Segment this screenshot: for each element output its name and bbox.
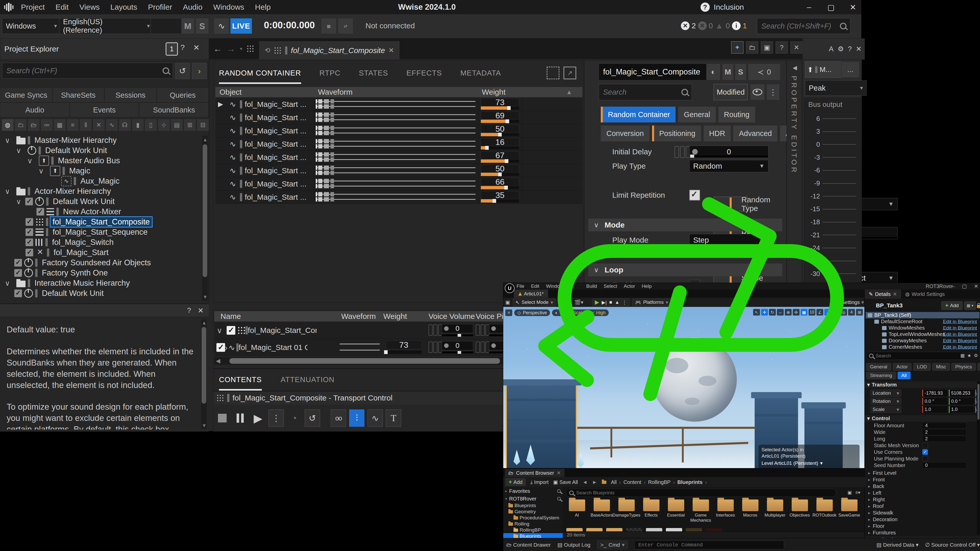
property-subtab[interactable]: HDR: [703, 125, 731, 141]
pause-button[interactable]: [233, 410, 248, 427]
property-subtab[interactable]: Conversion: [600, 125, 650, 141]
expand-all-icon[interactable]: ⊞: [184, 119, 196, 131]
filter-chip[interactable]: Actor: [893, 363, 912, 371]
scroll-down-icon[interactable]: ▼: [202, 423, 206, 429]
folder-tree-item[interactable]: Rolling: [503, 521, 563, 527]
folder-tree-item[interactable]: RollingBP: [503, 527, 563, 533]
help-icon[interactable]: ?: [848, 45, 852, 53]
forward-icon[interactable]: ►: [592, 479, 597, 485]
folder-icon[interactable]: [606, 528, 622, 532]
column-weight[interactable]: Weight: [383, 312, 407, 321]
control-section-header[interactable]: ▾Control: [865, 415, 980, 422]
asset-folder[interactable]: Game Mechanics: [690, 499, 711, 527]
plugin2-icon[interactable]: ▯: [145, 119, 157, 131]
blueprints-dropdown-icon[interactable]: ⧉▾: [566, 300, 572, 305]
transform-axis-select[interactable]: Scale▾: [870, 406, 901, 413]
sequence-container-icon[interactable]: ≡: [67, 119, 79, 131]
profiler-graph-button[interactable]: ∿: [214, 18, 229, 34]
tree-item[interactable]: Master Audio Bus: [0, 156, 202, 166]
panel-close-icon[interactable]: ✕: [198, 306, 204, 315]
waveform-cell[interactable]: [339, 339, 381, 356]
grid-snap-icon[interactable]: ▦: [800, 309, 808, 316]
asset-folder[interactable]: Multiplayer: [764, 499, 786, 527]
stop-button[interactable]: [215, 410, 230, 427]
gear-icon[interactable]: ⚙: [838, 45, 844, 53]
y-value[interactable]: 5108.253: [949, 389, 974, 397]
states-curve-button[interactable]: ∿: [368, 410, 383, 427]
scroll-up-icon[interactable]: ▲: [203, 137, 207, 143]
expander-icon[interactable]: [215, 326, 224, 335]
filter-chip[interactable]: Physics: [951, 363, 976, 371]
inclusion-checkbox[interactable]: [14, 289, 22, 297]
weight-cell[interactable]: 67: [478, 151, 522, 164]
plugin-icon[interactable]: ▮: [132, 119, 144, 131]
blend-container-icon[interactable]: ✕: [93, 119, 105, 131]
quad-view-icon[interactable]: ⊞: [856, 309, 863, 316]
blank-field[interactable]: [151, 18, 183, 34]
column-name[interactable]: Name: [221, 312, 241, 321]
close-button[interactable]: ✕: [847, 3, 859, 12]
scroll-left-icon[interactable]: ◀: [216, 358, 220, 364]
menu-item[interactable]: File: [517, 283, 525, 289]
property-tab[interactable]: Routing: [718, 106, 756, 123]
property-dropdown[interactable]: Random▼: [689, 160, 768, 172]
edit-in-blueprint-link[interactable]: Edit in Blueprint: [943, 325, 977, 331]
column-voice-volume[interactable]: Voice Volume: [428, 312, 475, 321]
object-name-field[interactable]: fol_Magic_Start_Composite: [599, 64, 709, 80]
inclusion-checkbox[interactable]: [37, 208, 44, 216]
wand-icon[interactable]: ✦: [731, 41, 743, 54]
sound-voice-icon[interactable]: ☊: [119, 119, 131, 131]
inclusion-checkbox[interactable]: [25, 228, 33, 236]
explorer-tab[interactable]: Events: [70, 103, 139, 118]
collapsed-section[interactable]: First Level: [865, 470, 980, 476]
weight-slider[interactable]: [481, 106, 519, 110]
menu-item[interactable]: Edit: [531, 283, 539, 289]
tree-expand-icon[interactable]: ⊹: [158, 119, 170, 131]
weight-value[interactable]: 69: [481, 111, 519, 120]
property-subtab[interactable]: Positioning: [652, 125, 701, 141]
error-counter[interactable]: ✕2 ✕0 ▲0 i1: [681, 21, 747, 30]
weight-cell[interactable]: 50: [478, 124, 522, 137]
camera-speed-value[interactable]: 4: [848, 309, 855, 316]
property-editor-side-label[interactable]: ◀ PROPERTY EDITOR: [787, 60, 802, 309]
weight-slider[interactable]: [481, 173, 519, 176]
transform-axis-select[interactable]: Location▾: [870, 389, 901, 397]
filter-chip[interactable]: Misc: [932, 363, 950, 371]
filter-chip[interactable]: Rendering: [977, 363, 980, 371]
explorer-tab[interactable]: Game Syncs: [0, 88, 52, 103]
table-icon[interactable]: ▤: [171, 119, 183, 131]
language-select[interactable]: English(US) (Reference)▾: [59, 18, 154, 34]
platforms-button[interactable]: 🎮 Platforms ▾: [632, 299, 671, 306]
rotate-tool-icon[interactable]: ↻: [769, 309, 776, 316]
table-row[interactable]: ▶ fol_Magic_Start ... 35: [215, 191, 582, 204]
solo-button[interactable]: S: [196, 18, 209, 34]
property-checkbox[interactable]: [922, 443, 928, 448]
console-input[interactable]: [638, 542, 781, 548]
tab-close-icon[interactable]: ✕: [557, 470, 561, 476]
collapsed-section[interactable]: Back: [865, 483, 980, 489]
weight-slider[interactable]: [481, 199, 519, 203]
collapse-icon[interactable]: ◀: [791, 65, 798, 73]
share-button[interactable]: ≺0: [748, 64, 780, 80]
horizontal-scrollbar[interactable]: ◀: [215, 357, 505, 365]
weight-value[interactable]: 50: [481, 125, 519, 133]
play-options-icon[interactable]: ⋮: [622, 300, 627, 305]
asset-folder[interactable]: Essential: [665, 499, 687, 527]
play-icon[interactable]: ▶: [215, 100, 226, 108]
minimize-button[interactable]: –: [952, 283, 955, 289]
component-row[interactable]: CornerMeshes Edit in Blueprint: [865, 344, 980, 350]
back-icon[interactable]: ←: [213, 44, 222, 54]
close-icon[interactable]: ✕: [791, 41, 803, 54]
folder-icon[interactable]: [586, 528, 603, 532]
weight-slider[interactable]: [481, 120, 519, 123]
console-input-wrap[interactable]: [635, 540, 784, 549]
property-value[interactable]: 0: [922, 462, 966, 468]
asset-folder[interactable]: Effects: [641, 499, 662, 527]
more-button[interactable]: ...: [841, 62, 859, 78]
details-scrollbar[interactable]: [977, 381, 980, 534]
cinematics-dropdown-icon[interactable]: 🎬▾: [574, 299, 584, 305]
solo-button[interactable]: S: [735, 64, 746, 80]
inclusion-checkbox[interactable]: [25, 198, 33, 205]
tree-item[interactable]: fol_Magic_Start_Sequence: [0, 227, 202, 237]
folder-icon[interactable]: [566, 528, 583, 532]
